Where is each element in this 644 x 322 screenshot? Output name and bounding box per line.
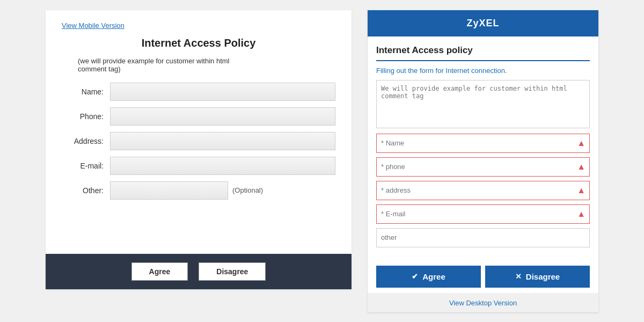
disagree-button[interactable]: Disagree [199,262,266,281]
mobile-field-email: ▲ [376,204,590,224]
input-other[interactable] [110,181,228,200]
desktop-title: Internet Access Policy [62,37,335,49]
desktop-footer: Agree Disagree [46,254,352,289]
agree-label: Agree [422,272,445,281]
mobile-field-phone: ▲ [376,157,590,177]
desktop-panel: View Mobile Version Internet Access Poli… [46,10,352,289]
form-row-address: Address: [62,132,335,150]
view-mobile-link[interactable]: View Mobile Version [62,21,125,30]
mobile-input-address[interactable] [376,181,590,200]
mobile-input-phone[interactable] [376,157,590,177]
brand-name: ZyXEL [466,18,499,28]
mobile-field-address: ▲ [376,181,590,200]
mobile-content: Internet Access policy Filling out the f… [368,36,598,260]
mobile-field-name: ▲ [376,134,590,153]
input-name[interactable] [110,83,335,101]
mobile-textarea[interactable] [376,80,590,128]
label-address: Address: [62,137,110,145]
mobile-footer: ✔ Agree ✕ Disagree [368,260,598,293]
disagree-label: Disagree [526,272,560,281]
input-address[interactable] [110,132,335,150]
mobile-input-name[interactable] [376,134,590,153]
view-desktop-link[interactable]: View Desktop Version [449,299,517,307]
form-row-name: Name: [62,83,335,101]
mobile-panel: ZyXEL Internet Access policy Filling out… [368,10,598,312]
mobile-agree-button[interactable]: ✔ Agree [376,266,481,288]
form-row-other: Other: (Optional) [62,181,335,200]
form-row-phone: Phone: [62,107,335,126]
mobile-bottom: View Desktop Version [368,293,598,312]
mobile-title: Internet Access policy [376,45,590,61]
label-email: E-mail: [62,162,110,170]
form-row-email: E-mail: [62,157,335,175]
mobile-header: ZyXEL [368,10,598,36]
desktop-note: (we will provide example for customer wi… [78,57,335,73]
optional-label: (Optional) [232,186,263,194]
input-phone[interactable] [110,107,335,126]
mobile-disagree-button[interactable]: ✕ Disagree [485,266,590,288]
label-name: Name: [62,87,110,96]
check-icon: ✔ [412,272,418,281]
page-wrapper: View Mobile Version Internet Access Poli… [0,0,644,322]
label-other: Other: [62,186,110,195]
label-phone: Phone: [62,112,110,121]
agree-button[interactable]: Agree [131,262,188,281]
mobile-input-email[interactable] [376,204,590,224]
mobile-field-other [376,228,590,247]
mobile-subtitle: Filling out the form for Internet connec… [376,67,590,75]
desktop-content: View Mobile Version Internet Access Poli… [46,10,352,243]
input-email[interactable] [110,157,335,175]
x-icon: ✕ [515,272,522,281]
mobile-input-other[interactable] [376,228,590,247]
